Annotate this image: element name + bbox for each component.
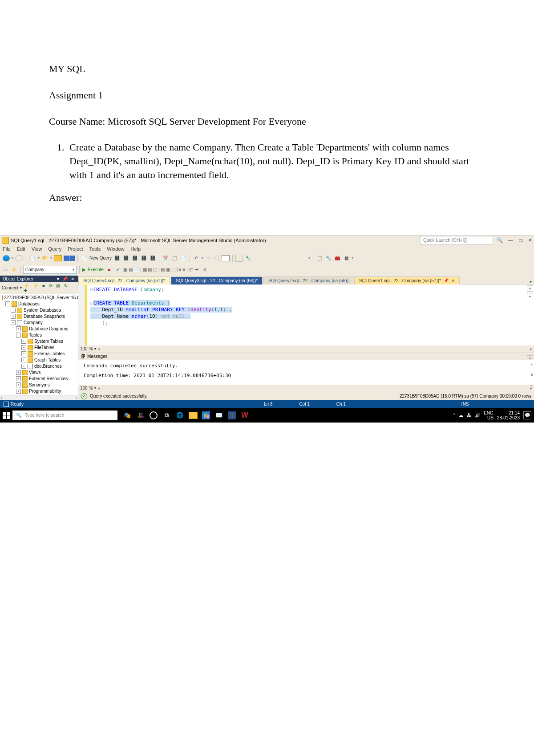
synonyms-node[interactable]: Synonyms [29, 382, 50, 387]
wps-icon[interactable]: W [240, 411, 249, 420]
toolbox-icon[interactable]: 🧰 [334, 255, 341, 262]
databases-node[interactable]: Databases [18, 301, 40, 306]
change-connection-icon[interactable]: ⚡ [10, 266, 17, 273]
expand-icon[interactable]: + [11, 308, 16, 313]
expand-icon[interactable]: + [21, 351, 26, 356]
redo-icon[interactable]: ↷ [205, 255, 212, 262]
server-node[interactable]: 22731B9F08D05AD (SQL Server 15.0.200 [4, 295, 78, 300]
expand-icon[interactable]: − [11, 320, 16, 325]
menu-help[interactable]: Help [130, 246, 141, 252]
programmability-node[interactable]: Programmability [29, 389, 61, 394]
tab-sqlquery2[interactable]: SQLQuery2.sql - 22...Company (sa (58)) [263, 276, 353, 285]
tray-chevron-icon[interactable]: ˄ [453, 413, 455, 418]
new-query-button[interactable]: New Query [89, 256, 112, 260]
scroll-up-icon[interactable]: ▴ [530, 361, 533, 368]
task-view-icon[interactable]: ⧉ [162, 411, 171, 420]
zoom-level-bottom[interactable]: 100 % [80, 386, 93, 390]
minimize-button[interactable]: — [508, 237, 513, 243]
nav-back-icon[interactable] [3, 255, 10, 261]
ssms-taskbar-icon[interactable]: 🗄️ [228, 411, 236, 419]
new-query-icon[interactable]: 📄 [81, 255, 88, 262]
tab-sqlquery3[interactable]: SQLQuery3.sql - 22...Company (sa (66))* [171, 276, 263, 285]
menu-edit[interactable]: Edit [17, 246, 25, 252]
pin-icon[interactable]: 📌 [444, 278, 449, 283]
props-icon[interactable]: ▦ [343, 255, 350, 262]
scroll-thumb[interactable]: ▮ [530, 371, 533, 378]
mail-icon[interactable]: ✉️ [214, 411, 223, 420]
expand-icon[interactable]: + [16, 370, 21, 375]
panel-controls[interactable]: ▾ 📌 ✕ [57, 276, 75, 281]
expand-icon[interactable]: + [11, 314, 16, 319]
expand-icon[interactable]: + [21, 358, 26, 362]
expand-icon[interactable]: + [16, 376, 21, 381]
zoom-level[interactable]: 100 % [80, 346, 93, 351]
expand-icon[interactable]: − [5, 301, 10, 306]
cortana-icon[interactable] [150, 411, 158, 419]
start-button[interactable] [3, 412, 10, 419]
parse-icon[interactable]: ✔ [114, 266, 121, 273]
undo-icon[interactable]: ↶ [193, 255, 200, 262]
xe-icon[interactable]: 🗄️ [149, 255, 156, 262]
scroll-down-icon[interactable]: ▾ [530, 382, 533, 389]
expand-icon[interactable]: + [21, 364, 26, 369]
system-tables-node[interactable]: System Tables [34, 339, 63, 344]
split-icon[interactable]: ÷ [527, 285, 533, 292]
tab-sqlquery4[interactable]: SQLQuery4.sql - 22...Company (sa (51))* [78, 276, 170, 285]
tab-dropdown-icon[interactable]: ▾ [527, 279, 534, 285]
diagrams-node[interactable]: Database Diagrams [29, 326, 68, 331]
views-node[interactable]: Views [29, 370, 41, 375]
designer-icon[interactable] [222, 255, 230, 261]
execute-icon[interactable]: ▶ [82, 267, 86, 272]
scroll-up-icon[interactable]: ▴ [527, 293, 533, 299]
edge-icon[interactable]: 🌐 [175, 411, 184, 420]
messages-tab[interactable]: Messages [87, 354, 108, 359]
system-databases-node[interactable]: System Databases [24, 308, 61, 313]
save-all-icon[interactable] [69, 256, 75, 261]
expand-icon[interactable]: + [16, 382, 21, 387]
database-combo[interactable]: Company ▾ [23, 266, 77, 274]
menu-view[interactable]: View [32, 246, 42, 252]
tables-node[interactable]: Tables [29, 333, 42, 337]
maximize-button[interactable]: ▭ [518, 237, 523, 243]
connect-button[interactable]: Connect [2, 285, 18, 290]
db-engine-query-icon[interactable]: 🗄️ [113, 255, 121, 262]
menu-project[interactable]: Project [68, 246, 83, 252]
network-icon[interactable]: 🖧 [467, 413, 471, 418]
expand-icon[interactable]: + [21, 339, 26, 344]
xquery-icon[interactable]: 🗄️ [122, 255, 129, 262]
scroll-left-icon[interactable]: ‹ [1, 395, 2, 400]
taskbar-app-icon[interactable]: 🎩 [136, 411, 145, 420]
external-tables-node[interactable]: External Tables [34, 351, 65, 356]
onedrive-icon[interactable]: ☁ [459, 413, 463, 418]
store-icon[interactable]: 🛍️ [202, 411, 210, 419]
wrench-icon[interactable]: 🔧 [325, 255, 332, 262]
graph-tables-node[interactable]: Graph Tables [34, 358, 61, 362]
tab-sqlquery1[interactable]: SQLQuery1.sql - 22...Company (sa (57))* … [354, 276, 460, 285]
filetables-node[interactable]: FileTables [34, 345, 54, 350]
volume-icon[interactable]: 🔊 [475, 413, 480, 418]
nav-forward-icon[interactable] [15, 255, 23, 261]
dmx-icon[interactable]: 🗄️ [140, 255, 147, 262]
execute-button[interactable]: Execute [88, 267, 104, 272]
db-snapshots-node[interactable]: Database Snapshots [24, 314, 65, 319]
open-icon[interactable]: 📂 [41, 255, 49, 262]
cut-icon[interactable]: ✂️ [162, 255, 169, 262]
menu-window[interactable]: Window [107, 246, 124, 252]
menu-file[interactable]: File [3, 246, 11, 252]
mdx-icon[interactable]: 🗄️ [131, 255, 138, 262]
tray-lang[interactable]: ENGUS [484, 411, 494, 420]
taskbar-search[interactable]: 🔍 Type here to search [12, 411, 117, 420]
close-tab-icon[interactable]: ✕ [451, 278, 455, 283]
scroll-right-icon[interactable]: › [76, 395, 77, 400]
explorer-icon[interactable] [189, 412, 198, 419]
menu-query[interactable]: Query [48, 246, 61, 252]
close-button[interactable]: ✕ [528, 237, 532, 243]
notifications-icon[interactable]: 💬 [523, 411, 531, 419]
menu-tools[interactable]: Tools [89, 246, 101, 252]
company-db-node[interactable]: Company [24, 320, 43, 325]
new-project-icon[interactable]: 📄 [29, 255, 36, 262]
tray-clock[interactable]: 21:1428-01-2023 [497, 411, 520, 420]
expand-icon[interactable]: + [16, 326, 21, 331]
taskbar-app-icon[interactable]: 🎭 [123, 411, 132, 420]
external-resources-node[interactable]: External Resources [29, 376, 68, 381]
